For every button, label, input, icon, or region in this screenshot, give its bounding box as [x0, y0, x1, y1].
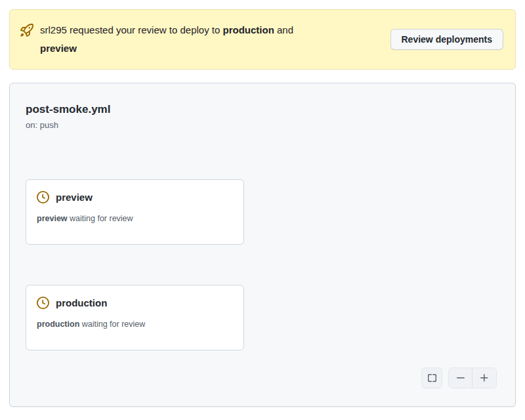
- job-status-text: preview waiting for review: [37, 214, 233, 223]
- zoom-in-button[interactable]: [472, 368, 496, 388]
- job-status-env: preview: [37, 214, 68, 223]
- job-status-env: production: [37, 320, 79, 329]
- rocket-icon: [20, 24, 33, 37]
- job-status-rest: waiting for review: [68, 214, 133, 223]
- env-production-label: production: [223, 24, 274, 35]
- deployment-review-banner: srl295 requested your review to deploy t…: [9, 9, 516, 70]
- banner-text-middle: and: [274, 24, 293, 35]
- review-deployments-button[interactable]: Review deployments: [390, 29, 504, 50]
- workflow-file-name: post-smoke.yml: [26, 103, 110, 116]
- workflow-trigger: on: push: [26, 120, 110, 130]
- job-header-row: production: [37, 297, 233, 309]
- job-card-preview[interactable]: preview preview waiting for review: [26, 179, 244, 245]
- zoom-out-button[interactable]: [449, 368, 472, 388]
- clock-icon: [37, 297, 49, 309]
- job-card-production[interactable]: production production waiting for review: [26, 285, 244, 350]
- graph-controls: [421, 368, 497, 388]
- job-status-rest: waiting for review: [79, 320, 145, 329]
- fullscreen-icon: [427, 373, 437, 383]
- job-name: preview: [56, 192, 93, 203]
- fullscreen-button[interactable]: [421, 368, 442, 388]
- plus-icon: [479, 373, 490, 383]
- workflow-header: post-smoke.yml on: push: [26, 103, 110, 130]
- workflow-graph-panel: post-smoke.yml on: push preview preview …: [9, 83, 516, 407]
- actor-login: srl295: [40, 24, 67, 35]
- zoom-control-group: [448, 368, 497, 388]
- actions-run-page: srl295 requested your review to deploy t…: [0, 0, 525, 420]
- banner-text-before: requested your review to deploy to: [67, 24, 223, 35]
- minus-icon: [455, 373, 466, 383]
- banner-message: srl295 requested your review to deploy t…: [40, 21, 293, 58]
- env-preview-label: preview: [40, 43, 77, 54]
- job-status-text: production waiting for review: [37, 320, 233, 329]
- job-name: production: [56, 297, 107, 308]
- banner-content: srl295 requested your review to deploy t…: [20, 21, 293, 58]
- clock-icon: [37, 191, 49, 203]
- job-header-row: preview: [37, 191, 233, 203]
